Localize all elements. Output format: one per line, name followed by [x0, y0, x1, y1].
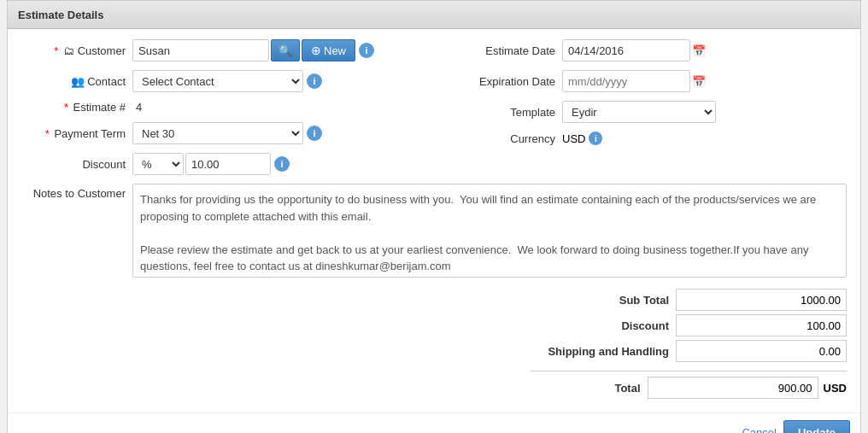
panel-body: * 🗂 Customer 🔍 ⊕ New i 👥	[8, 29, 860, 413]
estimate-panel: Estimate Details * 🗂 Customer 🔍 ⊕ New	[7, 0, 861, 433]
currency-row: Currency USD i	[451, 132, 847, 145]
discount-row: Discount % $ i	[21, 153, 417, 175]
discount-total-label: Discount	[539, 319, 676, 332]
contact-label: 👥 Contact	[21, 75, 132, 88]
template-row: Template Eydir Default	[451, 101, 847, 123]
estimate-number-row: * Estimate # 4	[21, 101, 417, 114]
required-star: *	[54, 44, 58, 57]
expiration-date-row: Expiration Date 📅	[451, 70, 847, 92]
customer-input[interactable]	[132, 39, 269, 61]
expiration-date-input[interactable]	[562, 70, 690, 92]
customer-label: * 🗂 Customer	[21, 44, 132, 57]
expiration-date-label: Expiration Date	[451, 75, 562, 88]
payment-term-row: * Payment Term Net 30 Net 15 Due on Rece…	[21, 122, 417, 144]
subtotal-row: Sub Total	[539, 289, 847, 311]
expiration-date-calendar-icon[interactable]: 📅	[692, 75, 706, 88]
totals-divider	[531, 371, 847, 372]
discount-info-icon: i	[274, 156, 290, 172]
customer-row: * 🗂 Customer 🔍 ⊕ New i	[21, 39, 417, 61]
discount-value-input[interactable]	[185, 153, 271, 175]
required-star-2: *	[64, 101, 68, 114]
totals-section: Sub Total Discount Shipping and Handling…	[21, 289, 847, 402]
notes-label: Notes to Customer	[21, 184, 132, 200]
right-section: Estimate Date 📅 Expiration Date 📅 Templa…	[417, 39, 847, 184]
currency-value: USD	[562, 132, 585, 145]
cancel-button[interactable]: Cancel	[742, 426, 776, 434]
payment-info-icon: i	[307, 126, 322, 141]
payment-term-label: * Payment Term	[21, 127, 132, 140]
footer-buttons: Cancel Update	[8, 413, 860, 433]
new-button[interactable]: ⊕ New	[302, 39, 355, 61]
template-label: Template	[451, 106, 562, 119]
grand-total-row: Total USD	[511, 377, 847, 399]
left-section: * 🗂 Customer 🔍 ⊕ New i 👥	[21, 39, 417, 184]
contact-row: 👥 Contact Select Contact i	[21, 70, 417, 92]
plus-icon: ⊕	[311, 44, 321, 57]
contact-info-icon: i	[307, 73, 322, 89]
contact-select[interactable]: Select Contact	[132, 70, 303, 92]
required-star-3: *	[45, 127, 50, 140]
notes-textarea[interactable]: Thanks for providing us the opportunity …	[132, 184, 847, 278]
grand-total-label: Total	[511, 382, 648, 395]
estimate-date-row: Estimate Date 📅	[451, 39, 847, 61]
estimate-date-input[interactable]	[562, 39, 690, 61]
template-select[interactable]: Eydir Default	[562, 101, 716, 123]
notes-content: Thanks for providing us the opportunity …	[132, 184, 847, 280]
subtotal-label: Sub Total	[539, 294, 676, 307]
shipping-value[interactable]	[676, 340, 847, 362]
currency-info-icon: i	[589, 132, 602, 145]
notes-row: Notes to Customer Thanks for providing u…	[21, 184, 847, 280]
estimate-date-label: Estimate Date	[451, 44, 562, 57]
shipping-row: Shipping and Handling	[539, 340, 847, 362]
estimate-date-calendar-icon[interactable]: 📅	[692, 44, 706, 57]
payment-term-select[interactable]: Net 30 Net 15 Due on Receipt	[132, 122, 303, 144]
subtotal-value[interactable]	[676, 289, 847, 311]
search-button[interactable]: 🔍	[271, 39, 300, 61]
panel-title: Estimate Details	[18, 9, 103, 21]
grand-total-value[interactable]	[648, 377, 818, 399]
total-currency: USD	[818, 382, 847, 395]
discount-type-select[interactable]: % $	[132, 153, 184, 175]
contact-icon: 👥	[71, 75, 85, 88]
discount-label: Discount	[21, 158, 132, 171]
customer-info-icon: i	[359, 43, 374, 58]
estimate-number-label: * Estimate #	[21, 101, 132, 114]
customer-icon: 🗂	[63, 44, 74, 57]
currency-display: USD i	[562, 132, 602, 145]
discount-total-value[interactable]	[676, 314, 847, 336]
two-col-layout: * 🗂 Customer 🔍 ⊕ New i 👥	[21, 39, 847, 184]
currency-label: Currency	[451, 132, 562, 145]
panel-header: Estimate Details	[8, 1, 860, 29]
shipping-label: Shipping and Handling	[539, 345, 676, 358]
discount-total-row: Discount	[539, 314, 847, 336]
update-button[interactable]: Update	[783, 420, 850, 433]
estimate-number-value: 4	[132, 101, 142, 114]
